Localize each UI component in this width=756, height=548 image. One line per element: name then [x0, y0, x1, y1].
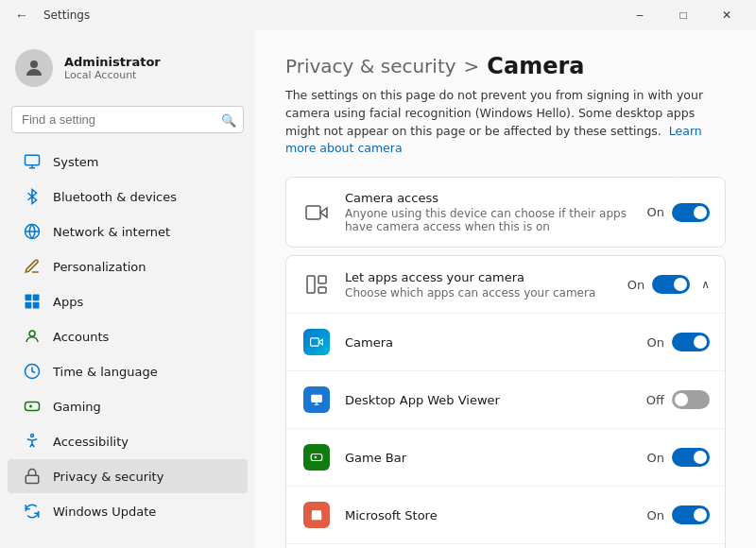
- sidebar-item-apps-label: Apps: [53, 295, 83, 309]
- sidebar-item-accounts[interactable]: Accounts: [8, 319, 248, 353]
- desktop-web-viewer-label: Desktop App Web Viewer: [345, 393, 646, 407]
- profile-section: Administrator Local Account: [0, 38, 255, 102]
- sidebar-item-network-label: Network & internet: [53, 225, 170, 239]
- sidebar-item-personalization-label: Personalization: [53, 260, 146, 274]
- svg-rect-15: [318, 276, 326, 283]
- camera-app-toggle-thumb: [694, 335, 707, 349]
- main-content: Privacy & security > Camera The settings…: [255, 30, 756, 548]
- sidebar-item-system[interactable]: System: [8, 145, 248, 179]
- camera-access-toggle-track: [672, 203, 710, 222]
- microsoft-store-toggle[interactable]: [672, 505, 710, 524]
- camera-access-subtitle: Anyone using this device can choose if t…: [345, 207, 647, 233]
- let-apps-toggle-track: [652, 275, 690, 294]
- camera-app-toggle-track: [672, 333, 710, 351]
- let-apps-toggle[interactable]: [652, 275, 690, 294]
- svg-rect-6: [33, 302, 40, 309]
- sidebar-item-gaming-label: Gaming: [53, 400, 101, 414]
- svg-rect-17: [311, 338, 319, 346]
- game-bar-toggle[interactable]: [672, 448, 710, 467]
- microsoft-store-label: Microsoft Store: [345, 508, 647, 522]
- game-bar-toggle-thumb: [694, 451, 707, 464]
- system-icon: [23, 152, 42, 171]
- time-icon: [23, 362, 42, 381]
- sidebar-item-time-label: Time & language: [53, 365, 158, 379]
- breadcrumb-current: Camera: [487, 53, 584, 79]
- accounts-icon: [23, 327, 42, 346]
- titlebar: ← Settings – □ ✕: [0, 0, 756, 30]
- breadcrumb-separator: >: [464, 55, 480, 77]
- search-box: 🔍: [11, 106, 244, 133]
- let-apps-card: Let apps access your camera Choose which…: [285, 255, 726, 548]
- sidebar-item-time[interactable]: Time & language: [8, 354, 248, 388]
- minimize-button[interactable]: –: [618, 0, 662, 30]
- camera-access-row: Camera access Anyone using this device c…: [286, 178, 725, 247]
- camera-access-card: Camera access Anyone using this device c…: [285, 177, 726, 248]
- svg-point-10: [31, 435, 34, 437]
- svg-rect-14: [307, 276, 315, 293]
- camera-app-icon: [303, 329, 330, 355]
- microsoft-store-toggle-track: [672, 505, 710, 524]
- desktop-web-viewer-toggle-thumb: [675, 393, 688, 406]
- let-apps-row: Let apps access your camera Choose which…: [286, 256, 725, 314]
- svg-rect-13: [306, 206, 320, 219]
- svg-rect-1: [26, 155, 40, 165]
- svg-rect-3: [26, 295, 32, 301]
- camera-access-toggle[interactable]: [672, 203, 710, 222]
- update-icon: [23, 502, 42, 521]
- bluetooth-icon: [23, 187, 42, 206]
- sidebar-item-bluetooth[interactable]: Bluetooth & devices: [8, 180, 248, 214]
- network-icon: [23, 222, 42, 241]
- game-bar-toggle-track: [672, 448, 710, 467]
- let-apps-icon: [301, 269, 332, 300]
- game-bar-status: On: [647, 451, 664, 465]
- gaming-icon: [23, 397, 42, 416]
- camera-app-status: On: [647, 335, 664, 350]
- sidebar-item-system-label: System: [53, 155, 98, 169]
- desktop-web-viewer-toggle[interactable]: [672, 390, 710, 409]
- let-apps-status: On: [627, 278, 644, 292]
- maximize-button[interactable]: □: [662, 0, 705, 30]
- sidebar-item-gaming[interactable]: Gaming: [8, 389, 248, 423]
- desktop-web-viewer-toggle-track: [672, 390, 710, 409]
- back-button[interactable]: ←: [8, 4, 36, 26]
- let-apps-toggle-thumb: [674, 278, 687, 291]
- app-row-photos-legacy: Photos Legacy Off: [286, 544, 725, 548]
- camera-access-title: Camera access: [345, 191, 647, 205]
- sidebar-item-personalization[interactable]: Personalization: [8, 249, 248, 283]
- microsoft-store-icon: [303, 502, 330, 528]
- sidebar-item-accessibility-label: Accessibility: [53, 435, 129, 449]
- personalization-icon: [23, 257, 42, 276]
- svg-rect-4: [33, 295, 40, 301]
- camera-access-icon: [301, 197, 332, 228]
- accessibility-icon: [23, 432, 42, 451]
- close-button[interactable]: ✕: [705, 0, 748, 30]
- microsoft-store-toggle-thumb: [694, 508, 707, 522]
- sidebar-item-apps[interactable]: Apps: [8, 284, 248, 318]
- app-row-game-bar: Game Bar On: [286, 429, 725, 487]
- sidebar-nav: System Bluetooth & devices Network & int…: [0, 145, 255, 528]
- camera-app-toggle[interactable]: [672, 333, 710, 351]
- privacy-icon: [23, 467, 42, 486]
- avatar: [15, 49, 53, 87]
- sidebar-item-accessibility[interactable]: Accessibility: [8, 424, 248, 458]
- titlebar-title: Settings: [43, 9, 90, 22]
- svg-rect-16: [318, 287, 326, 293]
- let-apps-expand-icon[interactable]: ∧: [701, 278, 710, 291]
- svg-rect-11: [26, 475, 39, 483]
- sidebar-item-network[interactable]: Network & internet: [8, 214, 248, 248]
- sidebar-item-bluetooth-label: Bluetooth & devices: [53, 190, 177, 204]
- app-row-desktop-web-viewer: Desktop App Web Viewer Off: [286, 371, 725, 429]
- page-description: The settings on this page do not prevent…: [285, 87, 726, 158]
- search-input[interactable]: [11, 106, 244, 133]
- search-icon: 🔍: [221, 112, 236, 127]
- camera-access-toggle-thumb: [694, 206, 707, 219]
- breadcrumb: Privacy & security > Camera: [285, 53, 726, 79]
- sidebar-item-privacy[interactable]: Privacy & security: [8, 459, 248, 493]
- desktop-web-viewer-status: Off: [646, 393, 664, 407]
- profile-subtitle: Local Account: [64, 69, 161, 81]
- desktop-web-viewer-icon: [303, 386, 330, 413]
- app-row-microsoft-store: Microsoft Store On: [286, 487, 725, 544]
- camera-app-label: Camera: [345, 335, 647, 350]
- sidebar-item-privacy-label: Privacy & security: [53, 470, 163, 484]
- sidebar-item-update[interactable]: Windows Update: [8, 494, 248, 528]
